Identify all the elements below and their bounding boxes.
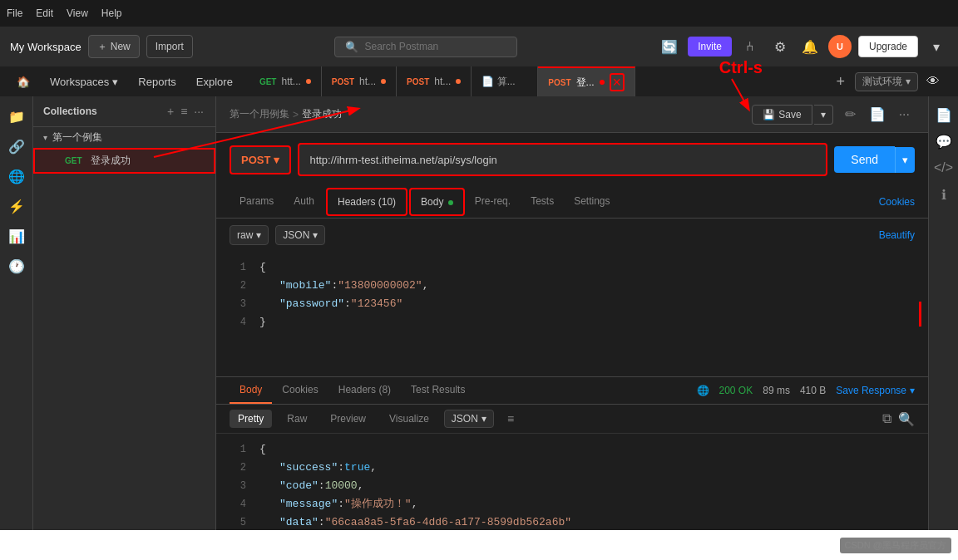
- tab-prereq[interactable]: Pre-req.: [465, 189, 521, 215]
- collections-icon[interactable]: 📁: [3, 103, 30, 130]
- save-label: Save: [778, 109, 801, 120]
- menu-file[interactable]: File: [7, 7, 22, 19]
- environments-icon[interactable]: 🌐: [3, 163, 30, 189]
- nav-home[interactable]: 🏠: [7, 66, 40, 96]
- search-input[interactable]: [365, 41, 506, 52]
- visualize-btn[interactable]: Visualize: [381, 410, 437, 428]
- settings-icon-btn[interactable]: ⚙: [768, 35, 792, 58]
- import-button[interactable]: Import: [146, 35, 193, 58]
- resp-tab-body[interactable]: Body: [230, 377, 272, 404]
- line-num-3: 3: [230, 295, 246, 313]
- copy-icon[interactable]: ⧉: [882, 411, 891, 427]
- resp-colon-5: :: [319, 513, 325, 530]
- invite-button[interactable]: Invite: [688, 37, 732, 56]
- resp-val-data: "66caa8a5-5fa6-4dd6-a177-8599db562a6b": [325, 513, 571, 530]
- env-selector[interactable]: 测试环境 ▾: [855, 72, 918, 91]
- url-input[interactable]: [309, 154, 816, 166]
- edit-icon-btn[interactable]: ✏: [840, 103, 861, 125]
- filter-icon[interactable]: ≡: [507, 412, 514, 425]
- tab-tests[interactable]: Tests: [521, 189, 564, 215]
- resp-key-code: "code": [279, 477, 319, 495]
- nav-reports[interactable]: Reports: [128, 66, 186, 96]
- url-input-container[interactable]: [298, 143, 827, 176]
- right-sidebar: 📄 💬 </> ℹ: [928, 96, 958, 530]
- menu-collection-btn[interactable]: ≡: [179, 103, 189, 120]
- json-selector[interactable]: JSON ▾: [275, 225, 325, 245]
- add-tab-button[interactable]: +: [829, 73, 852, 91]
- more-collection-btn[interactable]: ···: [192, 103, 205, 120]
- send-button[interactable]: Send: [834, 146, 895, 173]
- monitors-icon[interactable]: 📊: [3, 223, 30, 249]
- collection-expand[interactable]: ▾ 第一个例集: [33, 127, 215, 148]
- pretty-btn[interactable]: Pretty: [230, 410, 272, 428]
- main-content: 第一个用例集 > 登录成功 💾 Save ▾ ✏ 📄 ··· POST ▾: [216, 96, 928, 530]
- beautify-button[interactable]: Beautify: [879, 229, 915, 241]
- resp-key-message: "message": [279, 495, 338, 513]
- response-body-editor[interactable]: 1 { 2 "success" : true , 3 "code" : 1000: [216, 434, 928, 530]
- fork-icon-btn[interactable]: ⑃: [738, 35, 762, 58]
- nav-workspaces[interactable]: Workspaces▾: [40, 66, 128, 96]
- tab-params[interactable]: Params: [230, 189, 284, 215]
- tab-auth[interactable]: Auth: [284, 189, 324, 215]
- right-doc-icon[interactable]: 📄: [932, 103, 956, 126]
- new-button[interactable]: ＋ New: [88, 35, 140, 58]
- line-num-1: 1: [230, 258, 246, 277]
- expand-icon: ▾: [43, 133, 47, 142]
- doc-icon-btn[interactable]: 📄: [864, 103, 891, 125]
- workspace-name: My Workspace: [10, 41, 81, 53]
- add-collection-btn[interactable]: +: [165, 103, 175, 120]
- line-num-2: 2: [230, 277, 246, 295]
- format-dropdown-icon: ▾: [256, 229, 261, 241]
- tab-2-method: POST: [407, 77, 429, 86]
- menu-edit[interactable]: Edit: [36, 7, 53, 19]
- json-resp-selector[interactable]: JSON ▾: [444, 410, 494, 428]
- cookies-link[interactable]: Cookies: [879, 196, 915, 208]
- tab-4-active[interactable]: POST 登... ×: [538, 66, 635, 96]
- apis-icon[interactable]: 🔗: [3, 133, 30, 160]
- format-selector[interactable]: raw ▾: [230, 225, 269, 245]
- resp-icons: ⧉ 🔍: [882, 411, 915, 427]
- save-dropdown[interactable]: ▾: [814, 105, 833, 125]
- user-avatar[interactable]: U: [828, 35, 852, 58]
- menu-help[interactable]: Help: [101, 7, 122, 19]
- tab-1[interactable]: POST ht...: [322, 66, 397, 96]
- sync-icon-btn[interactable]: 🔄: [658, 35, 681, 58]
- resp-val-code: 10000: [325, 477, 358, 495]
- tab-settings[interactable]: Settings: [564, 189, 620, 215]
- search-resp-icon[interactable]: 🔍: [898, 411, 915, 427]
- send-dropdown[interactable]: ▾: [895, 147, 915, 173]
- eye-icon-btn[interactable]: 👁: [921, 70, 945, 93]
- resp-tab-headers[interactable]: Headers (8): [328, 377, 401, 404]
- method-selector[interactable]: POST ▾: [230, 145, 291, 174]
- request-body-editor[interactable]: 1 { 2 "mobile" : "13800000002" , 3 "pass…: [216, 252, 928, 376]
- request-name-login: 登录成功: [91, 154, 131, 168]
- collections-sidebar: Collections + ≡ ··· ▾ 第一个例集 GET 登录成功: [33, 96, 216, 530]
- upgrade-dropdown-icon[interactable]: ▾: [925, 35, 948, 58]
- nav-explore[interactable]: Explore: [186, 66, 243, 96]
- save-response-button[interactable]: Save Response ▾: [836, 385, 915, 396]
- tab-0[interactable]: GET htt...: [249, 66, 322, 96]
- resp-tab-cookies[interactable]: Cookies: [272, 377, 328, 404]
- mock-icon[interactable]: ⚡: [3, 193, 30, 219]
- tab-headers[interactable]: Headers (10): [326, 188, 407, 216]
- tab-3[interactable]: 📄 算...: [472, 66, 538, 96]
- menu-view[interactable]: View: [67, 7, 88, 19]
- upgrade-button[interactable]: Upgrade: [858, 36, 918, 57]
- request-item-login[interactable]: GET 登录成功: [33, 148, 215, 174]
- save-button[interactable]: 💾 Save: [752, 105, 812, 125]
- preview-btn[interactable]: Preview: [322, 410, 374, 428]
- right-code-icon[interactable]: </>: [932, 156, 956, 179]
- notification-icon-btn[interactable]: 🔔: [798, 35, 822, 58]
- search-bar[interactable]: 🔍: [334, 37, 517, 57]
- right-info-icon[interactable]: ℹ: [932, 183, 956, 206]
- right-chat-icon[interactable]: 💬: [932, 130, 956, 153]
- history-icon[interactable]: 🕐: [3, 253, 30, 279]
- more-icon-btn[interactable]: ···: [894, 103, 915, 125]
- tab-body[interactable]: Body: [409, 188, 465, 216]
- raw-btn[interactable]: Raw: [279, 410, 315, 428]
- resp-tab-test-results[interactable]: Test Results: [401, 377, 475, 404]
- resp-indent-3: [259, 477, 279, 495]
- new-icon: ＋: [97, 40, 107, 54]
- tab-2[interactable]: POST ht...: [397, 66, 472, 96]
- tab-4-close-icon[interactable]: ×: [610, 73, 625, 91]
